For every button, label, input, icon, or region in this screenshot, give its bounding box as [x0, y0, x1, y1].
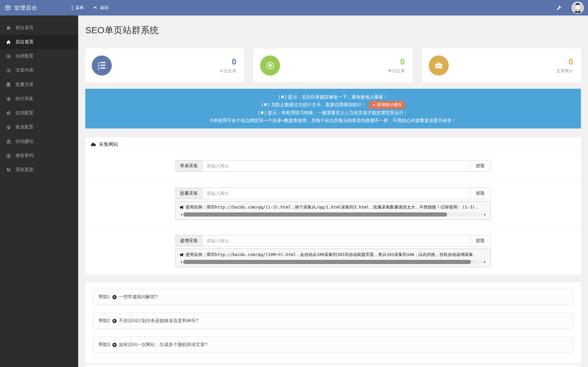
incremental-collect-example: 使用实例：填写http://baidu.com/qq/(100+3).html，…	[179, 251, 487, 258]
stat-card-total: 0 文章累计	[422, 48, 581, 82]
globe-icon	[6, 54, 11, 59]
brand-title: 管理后台	[14, 4, 37, 12]
help-prefix: 帮助1	[99, 294, 110, 300]
scrollbar-track[interactable]	[183, 212, 483, 217]
book-icon	[6, 82, 11, 87]
sidebar-item-line-collect[interactable]: 按行采集	[0, 92, 78, 106]
incremental-collect-fetch-button[interactable]: 抓取	[470, 235, 491, 247]
hexagon-icon	[260, 56, 280, 76]
sidebar-item-label: 按行采集	[16, 96, 34, 102]
incremental-collect-group: 递增采集 抓取	[175, 235, 491, 247]
help-link-2[interactable]: 帮助2 不挂访问计划任务还能推送百度和神马?	[93, 313, 573, 329]
notice-text: 提示：本程序技巧特殊，一般需要至少上万的文章才能支撑完美运行！	[268, 110, 408, 115]
sidebar-item-label: 信息配置	[16, 110, 34, 116]
sidebar-item-front-home[interactable]: 前台首页	[0, 21, 78, 35]
back-label: 返回	[100, 5, 109, 11]
arrow-circle-right-icon	[112, 319, 117, 323]
header-nav: 菜单 返回	[71, 5, 109, 11]
scroll-right-arrow-icon[interactable]	[484, 261, 487, 263]
collect-panel-title: 采集网站	[99, 141, 118, 148]
help-link-1[interactable]: 帮助1 一些常规疑问解答?	[93, 289, 573, 305]
sidebar-item-info-config[interactable]: 信息配置	[0, 106, 78, 120]
sidebar-item-label: 自动建站	[16, 138, 34, 144]
help-text: 如何访问一次网站，生成多个随机组词文章?	[119, 342, 207, 348]
stat-meta: 0 昨日文章	[388, 57, 405, 74]
batch-collect-example-box: 使用实例：填写http://baidu.com/qq/(1-3).html，挨个…	[175, 201, 491, 220]
batch-collect-example: 使用实例：填写http://baidu.com/qq/(1-3).html，挨个…	[179, 204, 487, 210]
sidebar-item-label: 站群配置	[16, 53, 34, 59]
user-circle-icon	[6, 153, 11, 158]
incremental-collect-example-box: 使用实例：填写http://baidu.com/qq/(100+3).html，…	[175, 249, 491, 267]
incremental-example-scrollbar	[179, 260, 487, 264]
stat-meta: 0 文章累计	[556, 57, 573, 74]
scroll-right-arrow-icon[interactable]	[484, 213, 487, 216]
page-title: SEO单页站群系统	[85, 24, 581, 36]
sidebar-item-sitegroup-config[interactable]: 站群配置	[0, 49, 78, 63]
briefcase-icon	[429, 56, 449, 76]
ordered-list-icon: 1 2 3	[92, 56, 112, 76]
help-text: 一些常规疑问解答?	[119, 294, 158, 300]
gear-icon	[6, 111, 11, 116]
incremental-collect-url-input[interactable]	[202, 235, 470, 247]
sidebar-item-admin-home[interactable]: 后台首页	[0, 35, 78, 49]
stat-value: 0	[556, 57, 573, 66]
notice-text: 提示：后台目录建议修改一下，避免被他人爆破！	[288, 94, 388, 99]
batch-collect-fetch-button[interactable]: 抓取	[470, 188, 491, 199]
notice-text: ©本程序可多个站点绑定同一个目录+数据库使用，且每个站点所展示的单页内容都不一样…	[210, 118, 456, 123]
batch-collect-url-input[interactable]	[202, 188, 470, 199]
single-collect-fetch-button[interactable]: 抓取	[470, 160, 491, 172]
cloud-icon	[90, 142, 96, 147]
back-button[interactable]: 返回	[93, 5, 109, 11]
batch-collect-group: 批量采集 抓取	[175, 188, 491, 199]
clear-cache-label: 清理统计缓存	[377, 102, 402, 108]
help-links-panel: 帮助1 一些常规疑问解答? 帮助2 不挂访问计划任务还能推送百度和神马? 帮助3…	[85, 282, 581, 363]
top-header: 管理后台 菜单 返回	[0, 0, 588, 15]
menu-toggle[interactable]: 菜单	[71, 5, 84, 11]
sidebar-item-article-list[interactable]: 文章列表	[0, 63, 78, 77]
sidebar-item-system-update[interactable]: 系统更新	[0, 163, 78, 177]
collect-row-incremental: 递增采集 抓取 使用实例：填写http://baidu.com/qq/(100+…	[85, 227, 581, 275]
paw-icon	[6, 125, 11, 130]
single-collect-group: 单条采集 抓取	[175, 160, 491, 172]
cube-icon	[5, 5, 11, 11]
scroll-left-arrow-icon[interactable]	[179, 213, 182, 216]
stat-value: 0	[219, 57, 236, 66]
scroll-left-arrow-icon[interactable]	[179, 261, 182, 263]
collect-panel: 采集网站 单条采集 抓取 批量采集 抓取	[85, 137, 581, 275]
sidebar-item-push-config[interactable]: 推送配置	[0, 120, 78, 134]
bell-icon	[261, 101, 269, 108]
help-link-3[interactable]: 帮助3 如何访问一次网站，生成多个随机组词文章?	[93, 337, 573, 353]
arrow-circle-right-icon	[112, 295, 117, 300]
bell-icon	[258, 109, 266, 117]
incremental-collect-label: 递增采集	[175, 235, 202, 247]
stat-label: 今日文章	[219, 68, 236, 74]
sidebar-item-change-password[interactable]: 修改密码	[0, 148, 78, 163]
asterisk-icon	[6, 97, 11, 101]
wrench-icon[interactable]	[556, 5, 562, 11]
sidebar-item-auto-build[interactable]: 自动建站	[0, 134, 78, 148]
sidebar-item-batch-articles[interactable]: 批量文章	[0, 77, 78, 92]
app-brand: 管理后台	[0, 4, 67, 12]
scrollbar-thumb[interactable]	[183, 260, 471, 264]
notice-line: ©本程序可多个站点绑定同一个目录+数据库使用，且每个站点所展示的单页内容都不一样…	[92, 117, 574, 124]
main-content: SEO单页站群系统 1 2 3 0 今日文章	[78, 15, 588, 367]
notice-line: 提示：本程序技巧特殊，一般需要至少上万的文章才能支撑完美运行！	[92, 109, 574, 117]
stat-cards-row: 1 2 3 0 今日文章	[85, 48, 581, 82]
user-avatar[interactable]	[572, 2, 584, 14]
collect-row-batch: 批量采集 抓取 使用实例：填写http://baidu.com/qq/(1-3)…	[85, 180, 581, 227]
stat-value: 0	[388, 57, 405, 66]
stat-label: 文章累计	[556, 68, 573, 74]
reply-arrow-icon	[93, 5, 98, 10]
sidebar-item-label: 推送配置	[16, 124, 34, 130]
batch-collect-label: 批量采集	[175, 188, 202, 199]
single-collect-url-input[interactable]	[202, 160, 470, 172]
scrollbar-track[interactable]	[183, 260, 483, 264]
next-section-panel	[85, 365, 581, 367]
help-text: 不挂访问计划任务还能推送百度和神马?	[119, 318, 198, 324]
bullhorn-icon	[179, 252, 184, 257]
help-prefix: 帮助3	[99, 342, 110, 348]
scrollbar-thumb[interactable]	[183, 212, 447, 217]
batch-collect-example-text: 使用实例：填写http://baidu.com/qq/(1-3).html，挨个…	[185, 204, 479, 210]
batch-example-scrollbar	[179, 212, 487, 217]
clear-stats-cache-button[interactable]: 清理统计缓存	[369, 101, 405, 109]
